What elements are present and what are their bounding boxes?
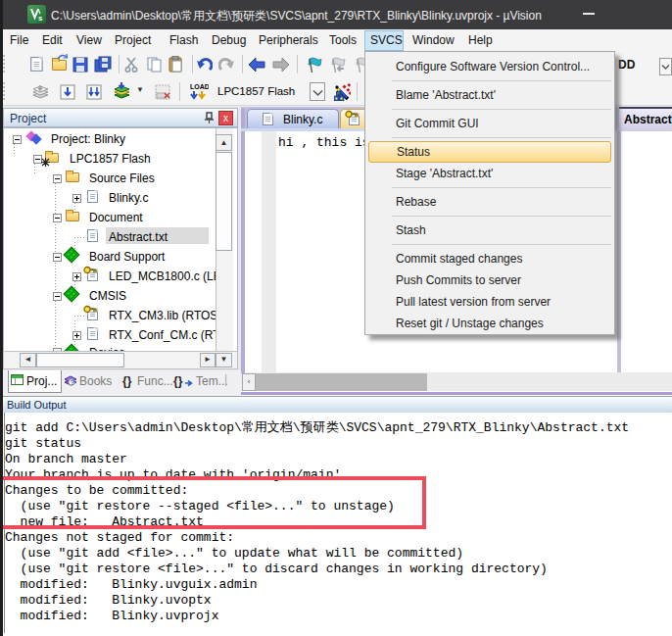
svg-text:?: ? — [70, 378, 74, 387]
svg-text:s: s — [38, 14, 43, 23]
svg-text:LOAD: LOAD — [190, 83, 209, 90]
